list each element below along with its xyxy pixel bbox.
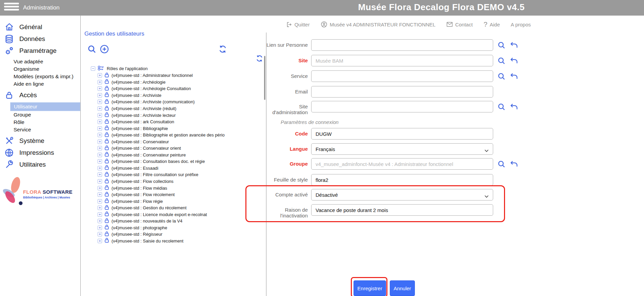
expand-plus-icon[interactable]: + [98,106,102,111]
tree-item[interactable]: + (v4)musee-std : Flow médias [98,185,263,191]
undo-icon[interactable] [510,57,518,66]
hamburger-menu-icon[interactable] [4,3,19,13]
expand-plus-icon[interactable]: + [98,73,102,78]
raison-input[interactable] [311,204,493,216]
sidebar-item-systeme[interactable]: Système [0,135,80,147]
tree-root[interactable]: − Rôles de l'application [91,65,263,72]
expand-plus-icon[interactable]: + [98,113,102,118]
sidebar-sub-service[interactable]: Service [0,126,80,133]
tree-item[interactable]: + (v4)musee-std : Conservateur [98,138,263,145]
lookup-icon[interactable] [497,57,506,66]
sidebar-sub-role[interactable]: Rôle [0,119,80,126]
expand-plus-icon[interactable]: + [98,146,102,150]
site-input[interactable] [311,55,493,66]
tree-item[interactable]: + (v4)musee-std : ark Consultation [98,119,263,125]
sidebar-sub-aide-en-ligne[interactable]: Aide en ligne [0,80,80,88]
tree-item[interactable]: + (v4)musee-std : Régisseur [98,231,263,238]
sidebar-item-general[interactable]: Général [0,21,80,33]
tree-item[interactable]: + (v4)musee-std : Archiviste [98,92,263,99]
lookup-icon[interactable] [497,160,506,170]
tree-item[interactable]: + (v4)musee-std : Archiviste (communicat… [98,99,263,105]
expand-plus-icon[interactable]: + [98,186,102,190]
undo-icon[interactable] [510,72,518,82]
expand-plus-icon[interactable]: + [98,172,102,177]
tree-scrollbar-thumb[interactable] [264,56,265,100]
lien-input[interactable] [311,39,493,51]
compte-select[interactable]: Désactivé [311,189,493,200]
service-input[interactable] [311,70,493,82]
expand-plus-icon[interactable]: + [98,212,102,217]
expand-plus-icon[interactable]: + [98,239,102,243]
langue-select[interactable]: Français [311,143,493,155]
lookup-icon[interactable] [497,103,506,112]
undo-icon[interactable] [510,103,518,112]
sidebar-sub-groupe[interactable]: Groupe [0,111,80,119]
tree-item[interactable]: + (v4)musee-std : Archiviste (réduit) [98,105,263,112]
expand-plus-icon[interactable]: + [98,179,102,184]
tree-item[interactable]: + (v4)musee-std : Flow régie [98,198,263,205]
sidebar-item-parametrage[interactable]: Paramétrage [0,45,80,57]
expand-plus-icon[interactable]: + [98,86,102,91]
tree-item[interactable]: + (v4)musee-std : nouveautés de la V4 [98,218,263,225]
lookup-icon[interactable] [497,41,506,51]
add-icon[interactable] [100,44,109,55]
raison-label: Raison de l'inactivation [266,207,308,218]
expand-plus-icon[interactable]: + [98,226,102,230]
expand-plus-icon[interactable]: + [98,80,102,84]
expand-plus-icon[interactable]: + [98,140,102,144]
tree-item[interactable]: + (v4)musee-std : Archéologie Consultati… [98,85,263,92]
expand-plus-icon[interactable]: + [98,93,102,98]
groupe-input[interactable] [311,158,493,170]
sync-icon[interactable] [256,55,263,64]
tree-item[interactable]: + (v4)musee-std : Bibliographie [98,125,263,132]
expand-plus-icon[interactable]: + [98,153,102,157]
tree-item[interactable]: + (v4)musee-std : Licence module export … [98,211,263,218]
sidebar-item-utilitaires[interactable]: Utilitaires [0,158,80,170]
sidebar-item-impressions[interactable]: Impressions [0,147,80,158]
undo-icon[interactable] [510,160,518,170]
save-button[interactable]: Enregistrer [354,280,386,296]
expand-plus-icon[interactable]: + [98,133,102,137]
tree-item[interactable]: + (v4)musee-std : Gestion du récolement [98,205,263,211]
sidebar-sub-modeles[interactable]: Modèles (exports & impr.) [0,73,80,80]
tree-item[interactable]: + (v4)musee-std : Bibliographie et gesti… [98,132,263,139]
refresh-icon[interactable] [218,45,227,55]
tree-item[interactable]: + (v4)musee-std : Conservateur peinture [98,152,263,158]
sidebar-sub-organisme[interactable]: Organisme [0,65,80,73]
feuille-input[interactable] [311,174,493,186]
tree-item[interactable]: + (v4)musee-std : Administrateur fonctio… [98,72,263,79]
lock-icon [104,132,109,139]
expand-plus-icon[interactable]: + [98,100,102,104]
tree-item[interactable]: + (v4)musee-std : Saisie du recolement [98,238,263,245]
tree-item[interactable]: + (v4)musee-std : Flow collections [98,178,263,185]
tree-item[interactable]: + (v4)musee-std : Filtre consultation su… [98,171,263,178]
expand-plus-icon[interactable]: + [98,199,102,204]
expand-plus-icon[interactable]: + [98,159,102,164]
expand-plus-icon[interactable]: + [98,126,102,131]
collapse-minus-icon[interactable]: − [91,66,95,71]
tree-item[interactable]: + (v4)musee-std : Essaadi [98,165,263,172]
expand-plus-icon[interactable]: + [98,166,102,170]
code-input[interactable] [311,128,493,140]
sidebar-item-donnees[interactable]: Données [0,33,80,45]
site-admin-input[interactable] [311,101,493,112]
tree-item[interactable]: + (v4)musee-std : Archiviste lecteur [98,112,263,119]
expand-plus-icon[interactable]: + [98,219,102,223]
cancel-button[interactable]: Annuler [390,280,415,296]
tree-item[interactable]: + (v4)musee-std : Flow récolement [98,191,263,198]
expand-plus-icon[interactable]: + [98,232,102,236]
expand-plus-icon[interactable]: + [98,192,102,197]
sidebar-item-acces[interactable]: Accès [0,89,80,101]
tree-item[interactable]: + (v4)musee-std : Conservateur orient [98,145,263,152]
email-input[interactable] [311,86,493,98]
sidebar-sub-vue-adaptee[interactable]: Vue adaptée [0,58,80,65]
tree-item[interactable]: + (v4)musee-std : photographe [98,225,263,231]
sidebar-sub-utilisateur-selected[interactable]: Utilisateur [10,102,80,111]
expand-plus-icon[interactable]: + [98,206,102,210]
search-icon[interactable] [87,44,97,55]
lookup-icon[interactable] [497,72,506,82]
expand-plus-icon[interactable]: + [98,120,102,124]
undo-icon[interactable] [510,41,518,51]
tree-item[interactable]: + (v4)musee-std : Archéologie [98,79,263,86]
tree-item[interactable]: + (v4)musee-std : Consultation bases doc… [98,158,263,165]
